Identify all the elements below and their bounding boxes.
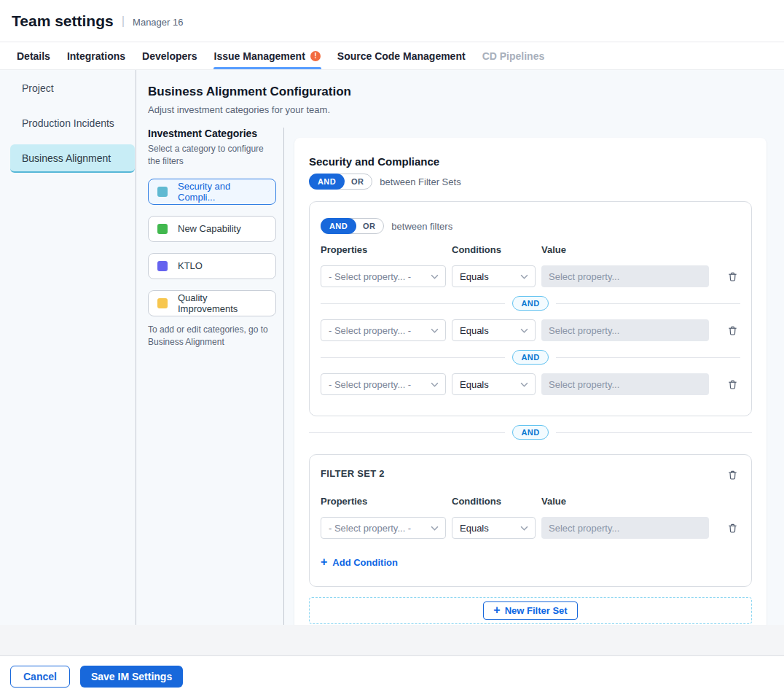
chevron-down-icon — [520, 274, 528, 279]
team-name: Manager 16 — [133, 14, 183, 28]
sidebar-item-business-alignment[interactable]: Business Alignment — [10, 144, 135, 173]
filter-row: - Select property... - Equals — [321, 373, 740, 395]
active-tab-underline — [213, 67, 321, 69]
and-connector-pill: AND — [512, 425, 548, 440]
condition-select[interactable]: Equals — [452, 373, 536, 395]
trash-icon — [727, 379, 738, 390]
filter-row: - Select property... - Equals — [321, 517, 740, 539]
filter-row: - Select property... - Equals — [321, 265, 740, 287]
title-divider: | — [122, 14, 125, 28]
category-new-capability[interactable]: New Capability — [148, 216, 276, 242]
value-input[interactable] — [541, 265, 709, 287]
category-color-swatch — [157, 224, 168, 234]
plus-icon: + — [493, 604, 500, 616]
settings-sidebar: Project Production Incidents Business Al… — [0, 70, 136, 625]
tab-source-code-management[interactable]: Source Code Management — [337, 42, 466, 69]
condition-select[interactable]: Equals — [452, 265, 536, 287]
toggle-and-option[interactable]: AND — [309, 174, 345, 190]
warning-icon: ! — [310, 51, 321, 61]
delete-filter-button[interactable] — [724, 376, 740, 392]
column-header-properties: Properties — [321, 496, 446, 507]
condition-select[interactable]: Equals — [452, 517, 536, 539]
tab-issue-management[interactable]: Issue Management ! — [213, 42, 321, 69]
between-filters-label: between filters — [391, 221, 452, 232]
property-select[interactable]: - Select property... - — [321, 265, 446, 287]
trash-icon — [727, 470, 738, 480]
column-header-value: Value — [541, 496, 709, 507]
categories-footnote: To add or edit categories, go to Busines… — [148, 324, 276, 349]
delete-filter-button[interactable] — [724, 268, 740, 284]
business-alignment-section: Business Alignment Configuration Adjust … — [136, 70, 784, 625]
save-im-settings-button[interactable]: Save IM Settings — [80, 666, 183, 688]
filter-config-panel: Security and Compliance AND OR between F… — [294, 138, 767, 625]
category-color-swatch — [157, 298, 168, 308]
page-header: Team settings | Manager 16 — [0, 0, 784, 42]
investment-categories-panel: Investment Categories Select a category … — [148, 128, 284, 625]
chevron-down-icon — [431, 526, 439, 531]
category-security-and-compliance[interactable]: Security and Compli... — [148, 179, 276, 205]
categories-help-text: Select a category to configure the filte… — [148, 143, 276, 168]
trash-icon — [727, 523, 738, 534]
content-area: Project Production Incidents Business Al… — [0, 70, 784, 625]
condition-select[interactable]: Equals — [452, 319, 536, 341]
toggle-or-option[interactable]: OR — [343, 177, 372, 186]
sidebar-item-production-incidents[interactable]: Production Incidents — [10, 109, 135, 138]
categories-heading: Investment Categories — [148, 128, 276, 139]
new-filter-set-dropzone: + New Filter Set — [309, 597, 752, 624]
filter-row: - Select property... - Equals — [321, 319, 740, 341]
cancel-button[interactable]: Cancel — [10, 666, 70, 688]
tab-cd-pipelines: CD Pipelines — [482, 42, 546, 69]
value-input[interactable] — [541, 319, 709, 341]
section-title: Business Alignment Configuration — [148, 85, 784, 99]
add-condition-button[interactable]: + Add Condition — [321, 556, 398, 568]
action-footer: Cancel Save IM Settings — [0, 655, 784, 697]
plus-icon: + — [321, 556, 327, 568]
column-header-conditions: Conditions — [452, 496, 536, 507]
between-filter-sets-label: between Filter Sets — [380, 176, 460, 187]
sidebar-item-project[interactable]: Project — [10, 74, 135, 103]
trash-icon — [727, 325, 738, 336]
category-quality-improvements[interactable]: Quality Improvements — [148, 290, 276, 316]
chevron-down-icon — [431, 382, 439, 387]
delete-filter-button[interactable] — [724, 520, 740, 536]
tab-developers[interactable]: Developers — [141, 42, 197, 69]
filter-config-column: Security and Compliance AND OR between F… — [284, 128, 784, 625]
value-input[interactable] — [541, 373, 709, 395]
and-connector-pill: AND — [512, 350, 548, 365]
trash-icon — [727, 271, 738, 282]
filter-connector: AND — [321, 350, 740, 365]
category-config-heading: Security and Compliance — [309, 155, 752, 168]
new-filter-set-button[interactable]: + New Filter Set — [483, 601, 577, 620]
chevron-down-icon — [431, 274, 439, 279]
chevron-down-icon — [520, 382, 528, 387]
section-subtitle: Adjust investment categories for your te… — [148, 104, 784, 115]
chevron-down-icon — [431, 328, 439, 333]
tab-integrations[interactable]: Integrations — [66, 42, 126, 69]
toggle-and-option[interactable]: AND — [321, 218, 356, 234]
filter-set-1: AND OR between filters Properties Condit… — [309, 201, 752, 416]
and-or-toggle-filter-sets[interactable]: AND OR — [309, 174, 372, 190]
column-header-conditions: Conditions — [452, 244, 536, 255]
delete-filter-set-button[interactable] — [724, 467, 740, 483]
and-or-toggle-filters[interactable]: AND OR — [321, 218, 384, 234]
chevron-down-icon — [520, 526, 528, 531]
delete-filter-button[interactable] — [724, 322, 740, 338]
property-select[interactable]: - Select property... - — [321, 517, 446, 539]
property-select[interactable]: - Select property... - — [321, 373, 446, 395]
bottom-spacer — [0, 625, 784, 655]
and-connector-pill: AND — [512, 296, 548, 311]
toggle-or-option[interactable]: OR — [355, 222, 383, 230]
page-title: Team settings — [12, 12, 114, 30]
category-color-swatch — [157, 187, 168, 197]
chevron-down-icon — [520, 328, 528, 333]
filter-set-2-title: FILTER SET 2 — [321, 467, 385, 479]
tab-details[interactable]: Details — [16, 42, 51, 69]
category-color-swatch — [157, 261, 168, 271]
filter-set-2: FILTER SET 2 Properties Conditions Value… — [309, 454, 752, 587]
column-header-properties: Properties — [321, 244, 446, 255]
value-input[interactable] — [541, 517, 709, 539]
category-ktlo[interactable]: KTLO — [148, 253, 276, 279]
property-select[interactable]: - Select property... - — [321, 319, 446, 341]
settings-tabbar: Details Integrations Developers Issue Ma… — [0, 42, 784, 70]
filter-connector: AND — [321, 296, 740, 311]
